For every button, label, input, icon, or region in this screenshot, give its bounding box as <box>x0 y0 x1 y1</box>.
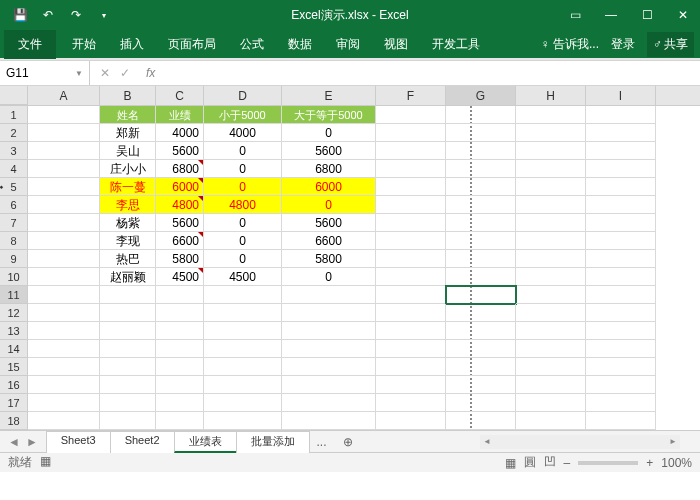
minimize-icon[interactable]: — <box>594 0 628 30</box>
tab-layout[interactable]: 页面布局 <box>156 30 228 58</box>
add-sheet-icon[interactable]: ⊕ <box>335 435 361 449</box>
cell-C3[interactable]: 5600 <box>156 142 204 160</box>
cell-C1[interactable]: 业绩 <box>156 106 204 124</box>
cell-E18[interactable] <box>282 412 376 430</box>
cell-A8[interactable] <box>28 232 100 250</box>
cell-B7[interactable]: 杨紫 <box>100 214 156 232</box>
cell-B5[interactable]: 陈一蔓 <box>100 178 156 196</box>
cell-G9[interactable] <box>446 250 516 268</box>
cell-E3[interactable]: 5600 <box>282 142 376 160</box>
cell-I13[interactable] <box>586 322 656 340</box>
select-all-corner[interactable] <box>0 86 28 105</box>
view-layout-icon[interactable]: 圓 <box>524 454 536 471</box>
col-header-B[interactable]: B <box>100 86 156 105</box>
cell-D12[interactable] <box>204 304 282 322</box>
col-header-A[interactable]: A <box>28 86 100 105</box>
cell-C2[interactable]: 4000 <box>156 124 204 142</box>
zoom-in-icon[interactable]: + <box>646 456 653 470</box>
cell-H15[interactable] <box>516 358 586 376</box>
cell-E17[interactable] <box>282 394 376 412</box>
cell-I15[interactable] <box>586 358 656 376</box>
col-header-E[interactable]: E <box>282 86 376 105</box>
row-header-18[interactable]: 18 <box>0 412 28 430</box>
cell-F10[interactable] <box>376 268 446 286</box>
cell-H13[interactable] <box>516 322 586 340</box>
cell-A3[interactable] <box>28 142 100 160</box>
cell-B4[interactable]: 庄小小 <box>100 160 156 178</box>
share-button[interactable]: ♂ 共享 <box>647 32 694 57</box>
cell-F16[interactable] <box>376 376 446 394</box>
cell-I18[interactable] <box>586 412 656 430</box>
cell-E10[interactable]: 0 <box>282 268 376 286</box>
cell-D4[interactable]: 0 <box>204 160 282 178</box>
cell-G1[interactable] <box>446 106 516 124</box>
cell-G2[interactable] <box>446 124 516 142</box>
cell-A17[interactable] <box>28 394 100 412</box>
cell-G15[interactable] <box>446 358 516 376</box>
col-header-G[interactable]: G <box>446 86 516 105</box>
cell-C6[interactable]: 4800 <box>156 196 204 214</box>
cell-A14[interactable] <box>28 340 100 358</box>
cell-G18[interactable] <box>446 412 516 430</box>
cell-I7[interactable] <box>586 214 656 232</box>
cell-G3[interactable] <box>446 142 516 160</box>
qat-dropdown-icon[interactable]: ▾ <box>92 3 116 27</box>
cell-E11[interactable] <box>282 286 376 304</box>
cell-A9[interactable] <box>28 250 100 268</box>
row-header-12[interactable]: 12 <box>0 304 28 322</box>
cell-F5[interactable] <box>376 178 446 196</box>
maximize-icon[interactable]: ☐ <box>630 0 664 30</box>
status-macro-icon[interactable]: ▦ <box>40 454 51 471</box>
cell-D10[interactable]: 4500 <box>204 268 282 286</box>
cell-E1[interactable]: 大于等于5000 <box>282 106 376 124</box>
cell-H5[interactable] <box>516 178 586 196</box>
cell-F9[interactable] <box>376 250 446 268</box>
zoom-level[interactable]: 100% <box>661 456 692 470</box>
tab-data[interactable]: 数据 <box>276 30 324 58</box>
cell-D5[interactable]: 0 <box>204 178 282 196</box>
cell-E2[interactable]: 0 <box>282 124 376 142</box>
cell-G13[interactable] <box>446 322 516 340</box>
file-tab[interactable]: 文件 <box>4 30 56 59</box>
cell-D16[interactable] <box>204 376 282 394</box>
cell-F6[interactable] <box>376 196 446 214</box>
cell-D14[interactable] <box>204 340 282 358</box>
cell-I6[interactable] <box>586 196 656 214</box>
col-header-C[interactable]: C <box>156 86 204 105</box>
cell-F14[interactable] <box>376 340 446 358</box>
cell-C9[interactable]: 5800 <box>156 250 204 268</box>
name-box[interactable]: G11 ▼ <box>0 61 90 85</box>
cell-A4[interactable] <box>28 160 100 178</box>
cell-E14[interactable] <box>282 340 376 358</box>
cell-E9[interactable]: 5800 <box>282 250 376 268</box>
cell-A6[interactable] <box>28 196 100 214</box>
row-header-16[interactable]: 16 <box>0 376 28 394</box>
row-header-9[interactable]: 9 <box>0 250 28 268</box>
horizontal-scrollbar[interactable]: ◄ ► <box>480 435 680 449</box>
cell-H6[interactable] <box>516 196 586 214</box>
row-header-14[interactable]: 14 <box>0 340 28 358</box>
sheet-tab-业绩表[interactable]: 业绩表 <box>174 431 237 453</box>
cell-C18[interactable] <box>156 412 204 430</box>
cell-F12[interactable] <box>376 304 446 322</box>
cell-D18[interactable] <box>204 412 282 430</box>
cell-A13[interactable] <box>28 322 100 340</box>
cell-H9[interactable] <box>516 250 586 268</box>
redo-icon[interactable]: ↷ <box>64 3 88 27</box>
cell-H4[interactable] <box>516 160 586 178</box>
cell-E15[interactable] <box>282 358 376 376</box>
cell-B14[interactable] <box>100 340 156 358</box>
cell-C12[interactable] <box>156 304 204 322</box>
cell-B10[interactable]: 赵丽颖 <box>100 268 156 286</box>
row-header-6[interactable]: 6 <box>0 196 28 214</box>
row-header-13[interactable]: 13 <box>0 322 28 340</box>
cell-F13[interactable] <box>376 322 446 340</box>
col-header-D[interactable]: D <box>204 86 282 105</box>
cell-B12[interactable] <box>100 304 156 322</box>
cell-F4[interactable] <box>376 160 446 178</box>
cell-F7[interactable] <box>376 214 446 232</box>
cell-C16[interactable] <box>156 376 204 394</box>
cell-G7[interactable] <box>446 214 516 232</box>
cell-E5[interactable]: 6000 <box>282 178 376 196</box>
cell-C13[interactable] <box>156 322 204 340</box>
